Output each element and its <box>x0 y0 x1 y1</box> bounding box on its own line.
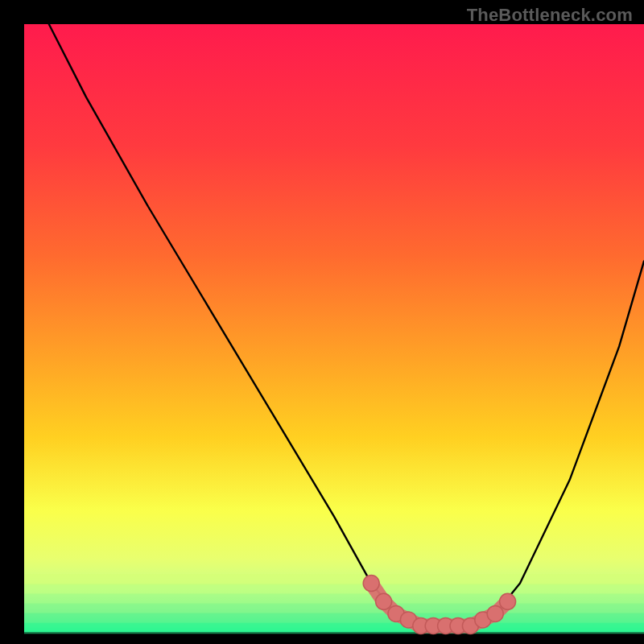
svg-rect-4 <box>24 613 644 625</box>
svg-rect-5 <box>24 623 644 634</box>
svg-rect-3 <box>24 604 644 615</box>
plot-background <box>24 24 644 632</box>
svg-rect-1 <box>24 584 644 595</box>
bottom-bands <box>24 574 644 634</box>
trough-marker-dot <box>487 605 503 621</box>
trough-marker-dot <box>363 576 379 592</box>
trough-marker-dot <box>500 593 516 609</box>
watermark-text: TheBottleneck.com <box>467 5 633 26</box>
trough-marker-dot <box>376 593 392 609</box>
svg-rect-2 <box>24 593 644 605</box>
svg-rect-0 <box>24 574 644 585</box>
chart-stage: TheBottleneck.com <box>0 0 644 644</box>
chart-svg <box>0 0 644 644</box>
